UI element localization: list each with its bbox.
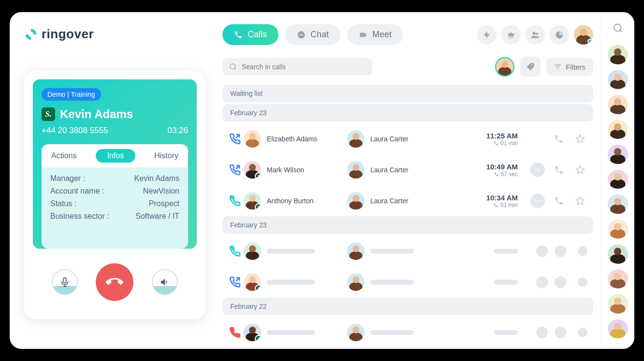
svg-point-13 bbox=[539, 200, 540, 201]
call-action-phone[interactable] bbox=[552, 163, 566, 177]
call-duration: 57 sec bbox=[501, 171, 518, 178]
brand-logo: ringover bbox=[24, 27, 205, 42]
rail-contact-avatar[interactable] bbox=[608, 145, 628, 164]
call-row-placeholder[interactable]: S bbox=[222, 348, 593, 349]
rail-contact-avatar[interactable] bbox=[608, 95, 628, 114]
call-action-chat[interactable] bbox=[530, 163, 545, 177]
rail-contact-avatar[interactable] bbox=[608, 195, 628, 214]
call-time: 10:49 AM bbox=[460, 163, 518, 171]
speaker-button[interactable] bbox=[152, 269, 178, 295]
placeholder-circle bbox=[536, 245, 548, 257]
svg-point-2 bbox=[301, 34, 302, 35]
svg-point-5 bbox=[536, 32, 539, 35]
agent-avatar bbox=[347, 161, 365, 179]
rail-contact-avatar[interactable] bbox=[608, 244, 628, 264]
caller-avatar: S bbox=[244, 324, 261, 341]
incoming-call-icon bbox=[229, 195, 241, 207]
svg-point-14 bbox=[614, 24, 621, 31]
svg-point-12 bbox=[537, 200, 538, 201]
mute-button[interactable] bbox=[52, 269, 78, 295]
hangup-button[interactable] bbox=[96, 263, 133, 301]
placeholder-bar bbox=[494, 280, 518, 285]
rail-contact-avatar[interactable] bbox=[608, 120, 628, 139]
placeholder-circle bbox=[536, 276, 548, 288]
rail-contact-avatar[interactable] bbox=[608, 220, 628, 239]
rail-contact-avatar[interactable] bbox=[608, 319, 628, 339]
agent-name: Laura Carter bbox=[370, 135, 409, 143]
rail-search-button[interactable] bbox=[613, 23, 623, 35]
placeholder-circle bbox=[578, 328, 587, 337]
rail-contact-avatar[interactable] bbox=[608, 294, 628, 314]
people-icon bbox=[531, 30, 540, 39]
crm-badge-icon: S bbox=[255, 203, 261, 210]
phone-small-icon bbox=[494, 172, 499, 177]
placeholder-circle bbox=[555, 327, 566, 338]
rail-contact-avatar[interactable] bbox=[608, 270, 628, 289]
phone-small-icon bbox=[494, 203, 498, 208]
call-action-phone[interactable] bbox=[552, 132, 566, 146]
call-row-placeholder[interactable]: S bbox=[222, 317, 593, 348]
agent-name: Laura Carter bbox=[370, 197, 409, 205]
filter-user-avatar[interactable] bbox=[495, 57, 514, 76]
phone-action-icon bbox=[554, 134, 564, 144]
brand-name: ringover bbox=[42, 27, 94, 42]
hangup-icon bbox=[106, 273, 123, 291]
outgoing-call-icon bbox=[229, 276, 241, 288]
header-crown-button[interactable] bbox=[501, 25, 521, 45]
call-action-phone[interactable] bbox=[552, 194, 566, 208]
caller-avatar: S bbox=[244, 161, 261, 179]
contacts-rail bbox=[600, 12, 634, 349]
filters-button[interactable]: Filters bbox=[546, 58, 593, 76]
agent-name: Laura Carter bbox=[370, 166, 409, 174]
search-icon bbox=[229, 63, 237, 71]
video-icon bbox=[359, 30, 367, 39]
placeholder-circle bbox=[555, 245, 566, 257]
call-row[interactable]: S Mark Wilson Laura Carter 10:49 AM 57 s… bbox=[222, 154, 593, 185]
tab-actions[interactable]: Actions bbox=[47, 150, 80, 162]
header-stats-button[interactable] bbox=[550, 25, 569, 45]
call-action-star[interactable] bbox=[573, 163, 587, 177]
agent-avatar bbox=[347, 130, 365, 148]
rail-contact-avatar[interactable] bbox=[608, 45, 628, 64]
section-feb22: February 22 bbox=[222, 298, 593, 315]
call-timer: 03:26 bbox=[167, 126, 188, 135]
caller-avatar: S bbox=[244, 192, 261, 210]
call-row-placeholder[interactable] bbox=[222, 236, 593, 267]
call-row[interactable]: Elizabeth Adams Laura Carter 11:25 AM 01… bbox=[222, 123, 593, 154]
svg-point-3 bbox=[302, 34, 303, 35]
header-user-avatar[interactable] bbox=[574, 25, 593, 45]
call-action-chat[interactable] bbox=[530, 194, 545, 208]
star-icon bbox=[575, 134, 585, 144]
call-time: 10:34 AM bbox=[460, 194, 518, 202]
contact-info-panel: Manager :Kevin Adams Account name :NewVi… bbox=[42, 167, 188, 249]
nav-chat[interactable]: Chat bbox=[285, 24, 340, 45]
search-calls-input[interactable] bbox=[222, 58, 372, 75]
placeholder-bar bbox=[370, 330, 414, 335]
agent-avatar bbox=[347, 324, 365, 341]
call-row[interactable]: S Anthony Burton Laura Carter 10:34 AM 0… bbox=[222, 185, 593, 216]
tag-filter-button[interactable] bbox=[520, 57, 541, 77]
nav-meet[interactable]: Meet bbox=[347, 24, 403, 45]
header-flash-button[interactable] bbox=[477, 25, 497, 45]
svg-point-4 bbox=[533, 32, 536, 35]
tab-infos[interactable]: Infos bbox=[96, 149, 136, 163]
placeholder-bar bbox=[370, 280, 414, 285]
svg-point-10 bbox=[539, 169, 540, 170]
crm-badge-icon: S bbox=[255, 172, 261, 179]
svg-point-9 bbox=[537, 169, 538, 170]
placeholder-bar bbox=[494, 249, 518, 254]
rail-contact-avatar[interactable] bbox=[608, 170, 628, 189]
dialer-panel: Demo | Training S. Kevin Adams +44 20 38… bbox=[24, 71, 205, 319]
nav-calls[interactable]: Calls bbox=[222, 24, 278, 45]
call-action-star[interactable] bbox=[573, 194, 587, 208]
call-action-star[interactable] bbox=[573, 132, 587, 146]
header-people-button[interactable] bbox=[526, 25, 545, 45]
contact-name: Kevin Adams bbox=[60, 107, 133, 121]
tab-history[interactable]: History bbox=[150, 150, 182, 162]
phone-action-icon bbox=[554, 165, 564, 175]
call-row-placeholder[interactable]: S bbox=[222, 267, 593, 298]
placeholder-bar bbox=[267, 249, 315, 254]
filter-icon bbox=[554, 63, 562, 71]
rail-contact-avatar[interactable] bbox=[608, 70, 628, 90]
info-status-label: Status : bbox=[50, 199, 76, 208]
